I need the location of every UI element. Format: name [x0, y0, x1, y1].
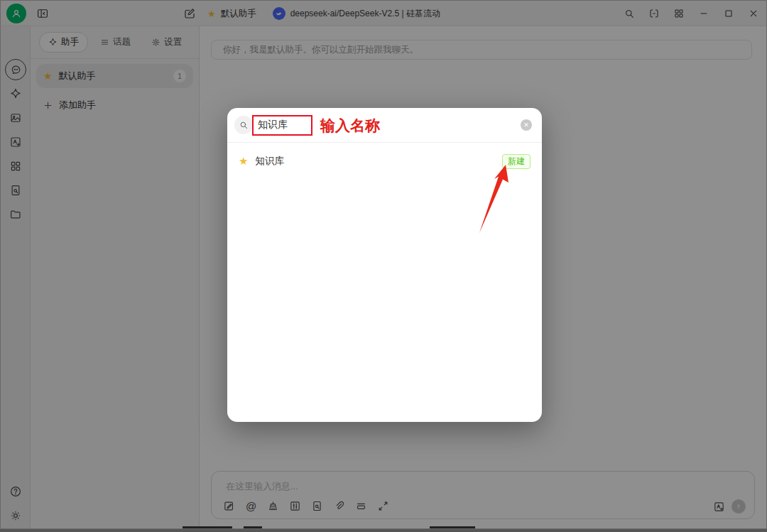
modal-search-row: ✕: [227, 108, 542, 143]
annotation-arrow-icon: [477, 163, 511, 236]
search-icon: [234, 116, 253, 134]
star-icon: ★: [239, 155, 248, 168]
result-label: 知识库: [255, 155, 284, 168]
clear-input-icon[interactable]: ✕: [521, 119, 532, 131]
assistant-search-modal: ✕ ★ 知识库 新建 输入名称: [227, 108, 542, 422]
annotation-text: 输入名称: [320, 116, 380, 136]
